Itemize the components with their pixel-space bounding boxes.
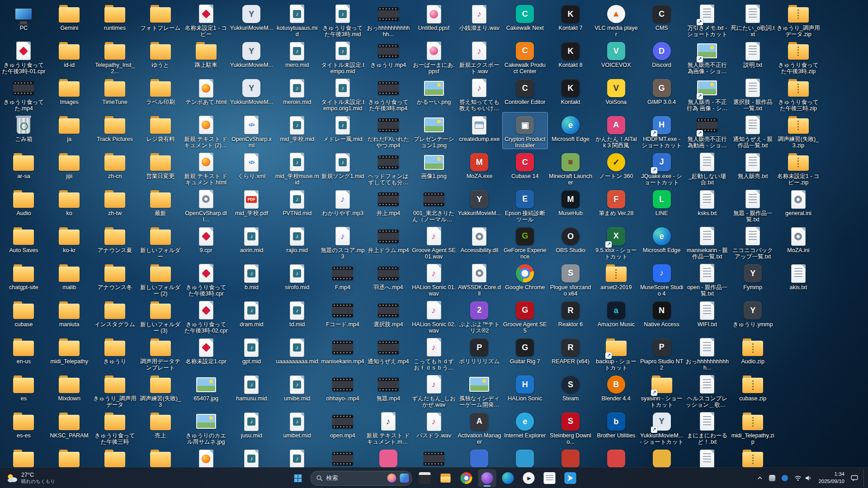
desktop-icon[interactable]: Gemini [47,1,92,38]
desktop-icon[interactable]: おっhhhhhhhhhhhh... [365,1,411,38]
desktop-icon[interactable]: ↗syasinn - ショートカット [639,371,684,408]
desktop-icon[interactable]: Track Pictures [92,112,138,149]
desktop-icon[interactable]: Aかんたん！AITalk 3 関西風 [593,112,639,149]
desktop-icon[interactable]: きゅうり食ってた午後3時.cpr [183,260,229,297]
desktop-icon[interactable]: Audio [1,186,47,223]
start-button[interactable] [289,469,307,487]
desktop-icon[interactable]: RReaktor 6 [548,297,594,334]
desktop-icon[interactable]: まにまにわーるど！.txt [684,408,730,446]
desktop-icon[interactable]: manisekarin.mp4 [320,334,366,371]
desktop-icon[interactable]: YYukkuriMovieM... [457,186,502,223]
desktop-icon[interactable]: id-id [47,38,92,75]
desktop-icon[interactable]: ↗万引きメモ.txt - ショートカット [684,1,730,38]
desktop-icon[interactable]: ごみ箱 [1,112,47,149]
desktop-icon[interactable]: 売上 [137,408,183,446]
desktop-icon[interactable]: MMoZA.exe [457,149,502,186]
desktop-icon[interactable]: Yきゅうり.ymmp [730,297,776,334]
desktop-icon[interactable]: 井上ドラム.mp4 [365,223,411,260]
desktop-icon[interactable]: bBrother Utilities [593,408,639,446]
desktop-icon[interactable]: ニコニコバックアップ一覧.txt [730,223,776,260]
taskbar-weather-widget[interactable]: 27°C 晴れのちくもり [2,469,60,487]
desktop-icon[interactable]: maniuta [47,297,92,334]
desktop-icon[interactable]: chatgpt-site [1,260,47,297]
desktop-icon[interactable]: 死にたい_o歌詞.txt [730,1,776,38]
desktop-icon[interactable]: _起動しない場合.txt [684,149,730,186]
desktop-icon[interactable]: ヘッドフォンはずしてても分かったw.mp4 [365,149,411,186]
desktop-icon[interactable]: 羽丞へ.mp4 [365,260,411,297]
taskbar-app-microsoft-edge[interactable] [499,469,517,487]
desktop-icon[interactable]: 名称未設定1 - コピー [183,1,229,38]
desktop-icon[interactable]: RREAPER (x64) [548,334,594,371]
desktop-icon[interactable]: だれだFXいれたやつ.mp4 [365,112,411,149]
taskbar-app-google-chrome[interactable] [458,469,476,487]
desktop-icon[interactable]: OOBS Studio [548,223,594,260]
desktop-icon[interactable]: ♪uaaaaaaaaa.mid [274,334,320,371]
desktop-icon[interactable]: 新規 テキスト ドキュメント.html [183,149,229,186]
desktop-icon[interactable]: ✓ノートン 360 [593,149,639,186]
desktop-icon[interactable]: MMuseHub [548,186,594,223]
desktop-icon[interactable]: 9.cpr [183,223,229,260]
desktop-icon[interactable]: malib [47,260,92,297]
desktop-icon[interactable]: ■Minecraft Launcher [548,149,594,186]
desktop-icon[interactable]: open - 親作品一覧.txt [684,260,730,297]
desktop-icon[interactable]: </>くらり.xml [229,149,274,186]
desktop-icon[interactable]: ↗無人販売 - 不正行為 画像 - ショートカット [684,75,730,112]
desktop-icon[interactable]: 営業日変更 [137,149,183,186]
desktop-icon[interactable]: テンポあて.html [183,75,229,112]
desktop-icon[interactable]: ヘルスコンプレッション＿歌詞.txt [684,371,730,408]
desktop-icon[interactable]: 調声練習(失敗)_3.zip [776,112,821,149]
desktop-icon[interactable]: ゆうと [137,38,183,75]
desktop-icon[interactable]: ▲VLC media player [593,1,639,38]
desktop-icon[interactable]: GGuitar Rig 7 [502,334,548,371]
desktop-icon[interactable]: ♪新規エクスポート.wav [457,38,502,75]
desktop-icon[interactable]: VVoiSona [593,75,639,112]
desktop-icon[interactable]: CController Editor [502,75,548,112]
desktop-icon[interactable]: ♪きゅうり食ってた午後3時.mid [320,1,366,38]
desktop-icon[interactable]: ♪mid_学校.mid [274,112,320,149]
desktop-icon[interactable]: KKontakt [548,75,594,112]
desktop-icon[interactable]: eMicrosoft Edge [548,112,594,149]
desktop-icon[interactable]: ksks.txt [684,186,730,223]
desktop-icon[interactable]: H↗HDDFMT.exe - ショートカット [639,112,684,149]
desktop-icon[interactable]: manisekarin - 親作品一覧.txt [684,223,730,260]
desktop-icon[interactable]: NKSC_PARAM [47,408,92,446]
desktop-icon[interactable]: ♪mero.mid [274,38,320,75]
desktop-icon[interactable]: F筆まめ Ver.28 [593,186,639,223]
desktop-icon[interactable]: GGIMP 3.0.4 [639,75,684,112]
desktop-icon[interactable]: プレゼンテーション1.png [411,112,457,149]
desktop-icon[interactable]: きゅうり食ってた午後三時.zip [776,75,821,112]
desktop-icon[interactable]: ♪dram.mid [229,297,274,334]
desktop-icon[interactable]: ♪MuseScore Studio 4 [639,260,684,297]
desktop-icon[interactable]: 孤独なインディーゲーム開発者の一生... [457,371,502,408]
desktop-icon[interactable]: ♪meroin.mid [274,75,320,112]
desktop-icon[interactable]: Auto Saves [1,223,47,260]
desktop-icon[interactable]: レジ袋有料 [137,112,183,149]
desktop-icon[interactable]: VVOICEVOX [593,38,639,75]
desktop-icon[interactable]: ♪こってもｈｄずおｆｄｓｂうぶぁ.wav [411,334,457,371]
desktop-icon[interactable]: midi_Telepathy [47,334,92,371]
desktop-icon[interactable]: akis.txt [776,260,821,297]
tray-clock[interactable]: 1:34 2025/09/10 [816,471,847,485]
desktop-icon[interactable]: 無題 - 親作品一覧.txt [730,186,776,223]
desktop-icon[interactable]: Y↗YukkuriMovieM... - ショートカット [639,408,684,446]
desktop-icon[interactable]: ♪kotusytuaaus.mid [274,1,320,38]
desktop-icon[interactable]: Untitled.ppsf [411,1,457,38]
taskbar-app-media-player[interactable] [520,469,538,487]
desktop-icon[interactable]: 選択肢 - 親作品一覧.txt [730,75,776,112]
desktop-icon[interactable]: Mixdown [47,371,92,408]
desktop-icon[interactable]: ♪タイトル未設定.tempo.mid [320,38,366,75]
desktop-icon[interactable]: ♪HALion Sonic 01.wav [411,260,457,297]
desktop-icon[interactable]: CCakewalk Product Center [502,38,548,75]
desktop-icon[interactable]: Pポリリリリズム [457,334,502,371]
desktop-icon[interactable]: ♪新規 テキスト ドキュメント.musicxml [365,408,411,446]
desktop-icon[interactable]: きゅうり食ってた午後3時-02.cpr [183,297,229,334]
desktop-icon[interactable]: 65407.jpg [183,371,229,408]
desktop-icon[interactable]: きゅうり食ってた午後三時 [92,408,138,446]
desktop-icon[interactable]: X↗9.5.xlsx - ショートカット [593,223,639,260]
desktop-icon[interactable]: 2ぷよぷよ™テトリス®2 [457,297,502,334]
taskbar-app-pinned-dark-app[interactable] [416,469,434,487]
desktop-icon[interactable]: ♪b.mid [229,260,274,297]
desktop-icon[interactable]: eMicrosoft Edge [639,223,684,260]
desktop-icon[interactable]: HHALion Sonic [502,371,548,408]
desktop-icon[interactable]: ♪バスドラ.wav [411,408,457,446]
